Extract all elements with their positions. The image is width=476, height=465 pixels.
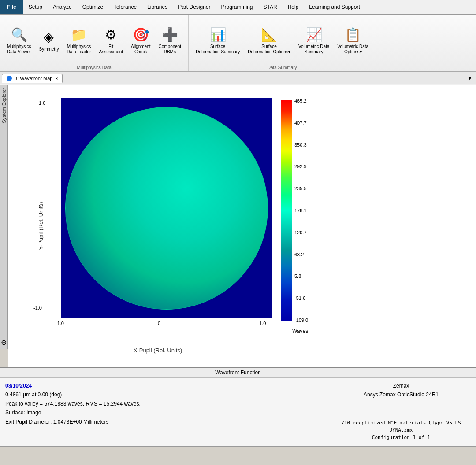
ribbon: 🔍 MultiphysicsData Viewer ◈ Symmetry 📁 M… (0, 15, 476, 72)
bottom-panel-title: Wavefront Function (0, 368, 476, 378)
main-content: Y-Pupil (Rel. Units) 1.0 0 -1.0 -1.0 0 1… (8, 85, 476, 367)
x-tick-2: 0 (158, 321, 160, 326)
cb-label-3: 292.9 (294, 164, 308, 169)
alignment-check-icon: 🎯 (133, 26, 149, 43)
surface-deformation-summary-btn[interactable]: 📊 SurfaceDeformation Summary (193, 24, 242, 56)
component-rbms-label: ComponentRBMs (158, 44, 181, 55)
tab-label: 3: Wavefront Map (15, 76, 52, 81)
learning-support-menu-item[interactable]: Learning and Support (304, 0, 365, 14)
tab-strip: 3: Wavefront Map × ▼ (0, 72, 476, 84)
y-tick-2: 0 (39, 204, 41, 209)
multiphysics-data-viewer-label: MultiphysicsData Viewer (7, 44, 31, 55)
bottom-panel-content: 03/10/2024 0.4861 μm at 0.00 (deg) Peak … (0, 378, 476, 444)
colorbar (281, 100, 292, 321)
cb-label-4: 235.5 (294, 186, 308, 191)
info-line4: Exit Pupil Diameter: 1.0473E+00 Millimet… (5, 417, 320, 426)
multiphysics-data-viewer-btn[interactable]: 🔍 MultiphysicsData Viewer (4, 24, 33, 56)
cb-label-1: 407.7 (294, 120, 308, 125)
status-bar (0, 446, 476, 458)
y-tick-1: 1.0 (39, 100, 45, 106)
info-date: 03/10/2024 (5, 381, 320, 390)
system-explorer-label[interactable]: System Explorer (0, 85, 7, 126)
surface-deformation-options-icon: 📐 (261, 26, 277, 43)
programming-menu-item[interactable]: Programming (216, 0, 258, 14)
colorbar-unit-label: Waves (292, 328, 308, 334)
cb-label-6: 120.7 (294, 230, 308, 235)
symmetry-btn[interactable]: ◈ Symmetry (36, 26, 61, 54)
surface-deformation-summary-icon: 📊 (210, 26, 226, 43)
surface-deformation-options-btn[interactable]: 📐 SurfaceDeformation Options▾ (245, 24, 293, 56)
multiphysics-loader-label: MultiphysicsData Loader (67, 44, 91, 55)
multiphysics-data-group-label: Multiphysics Data (4, 64, 184, 70)
chart-area: Y-Pupil (Rel. Units) 1.0 0 -1.0 -1.0 0 1… (8, 85, 476, 367)
cb-label-2: 350.3 (294, 142, 308, 148)
file-menu-item[interactable]: File (0, 0, 23, 14)
menu-bar: File Setup Analyze Optimize Tolerance Li… (0, 0, 476, 15)
star-menu-item[interactable]: STAR (258, 0, 283, 14)
info-right-panel: Zemax Ansys Zemax OpticStudio 24R1 710 r… (326, 378, 476, 444)
multiphysics-data-loader-btn[interactable]: 📁 MultiphysicsData Loader (64, 24, 93, 56)
info-line3: Surface: Image (5, 408, 320, 417)
info-line2: Peak to valley = 574.1883 waves, RMS = 1… (5, 399, 320, 408)
wavefront-circle (65, 107, 268, 310)
symmetry-icon: ◈ (44, 28, 54, 45)
filename-label: 710 recptimized M^F materials QType V5 L… (331, 420, 471, 434)
config-label: Configuration 1 of 1 (331, 434, 471, 442)
volumetric-data-options-btn[interactable]: 📋 Volumetric DataOptions▾ (335, 24, 372, 56)
cb-label-0: 465.2 (294, 98, 308, 103)
bottom-panel: Wavefront Function 03/10/2024 0.4861 μm … (0, 367, 476, 446)
part-designer-menu-item[interactable]: Part Designer (173, 0, 216, 14)
colorbar-labels: 465.2 407.7 350.3 292.9 235.5 178.1 120.… (294, 98, 308, 323)
volumetric-data-summary-label: Volumetric DataSummary (298, 44, 330, 55)
analyze-menu-item[interactable]: Analyze (48, 0, 77, 14)
help-menu-item[interactable]: Help (283, 0, 304, 14)
component-rbms-btn[interactable]: ➕ ComponentRBMs (156, 24, 184, 56)
cb-label-5: 178.1 (294, 208, 308, 213)
x-tick-3: 1.0 (259, 321, 266, 326)
fit-assessment-icon: ⚙ (105, 26, 117, 43)
volumetric-data-options-icon: 📋 (345, 26, 361, 43)
wavefront-map-tab[interactable]: 3: Wavefront Map × (2, 74, 63, 83)
symmetry-label: Symmetry (39, 46, 59, 52)
libraries-menu-item[interactable]: Libraries (142, 0, 173, 14)
cb-label-7: 63.2 (294, 252, 308, 257)
system-explorer-sidebar: System Explorer ⊕ (0, 85, 8, 349)
chart-plot (61, 98, 272, 318)
volumetric-data-summary-btn[interactable]: 📈 Volumetric DataSummary (296, 24, 332, 56)
fit-assessment-btn[interactable]: ⚙ FitAssessment (97, 24, 126, 56)
surface-deformation-summary-label: SurfaceDeformation Summary (196, 44, 240, 55)
multiphysics-loader-icon: 📁 (71, 26, 87, 43)
multiphysics-data-group: 🔍 MultiphysicsData Viewer ◈ Symmetry 📁 M… (0, 15, 189, 71)
setup-menu-item[interactable]: Setup (23, 0, 48, 14)
alignment-check-label: AlignmentCheck (131, 44, 150, 55)
surface-deformation-options-label: SurfaceDeformation Options▾ (248, 44, 290, 55)
multiphysics-data-viewer-icon: 🔍 (11, 26, 27, 43)
volumetric-data-options-label: Volumetric DataOptions▾ (338, 44, 369, 55)
cb-label-9: -51.6 (294, 295, 308, 301)
product-label: Ansys Zemax OpticStudio 24R1 (331, 390, 471, 399)
info-right-bottom: 710 recptimized M^F materials QType V5 L… (326, 417, 476, 444)
optimize-menu-item[interactable]: Optimize (77, 0, 108, 14)
tab-close-btn[interactable]: × (55, 76, 58, 81)
data-summary-group: 📊 SurfaceDeformation Summary 📐 SurfaceDe… (189, 15, 376, 71)
fit-assessment-label: FitAssessment (99, 44, 123, 55)
cb-label-8: 5.8 (294, 273, 308, 279)
alignment-check-btn[interactable]: 🎯 AlignmentCheck (128, 24, 153, 56)
info-left-panel: 03/10/2024 0.4861 μm at 0.00 (deg) Peak … (0, 378, 326, 444)
tab-icon (7, 76, 12, 81)
data-summary-group-label: Data Summary (193, 64, 371, 70)
tolerance-menu-item[interactable]: Tolerance (108, 0, 142, 14)
info-right-top: Zemax Ansys Zemax OpticStudio 24R1 (326, 378, 476, 417)
sidebar-icon[interactable]: ⊕ (1, 338, 7, 347)
tab-overflow-btn[interactable]: ▼ (465, 74, 474, 83)
cb-label-10: -109.0 (294, 317, 308, 323)
company-label: Zemax (331, 381, 471, 390)
y-tick-3: -1.0 (33, 305, 42, 310)
x-tick-1: -1.0 (56, 321, 64, 326)
volumetric-data-summary-icon: 📈 (306, 26, 322, 43)
x-axis-label: X-Pupil (Rel. Units) (134, 347, 182, 354)
component-rbms-icon: ➕ (162, 26, 178, 43)
info-line1: 0.4861 μm at 0.00 (deg) (5, 390, 320, 399)
